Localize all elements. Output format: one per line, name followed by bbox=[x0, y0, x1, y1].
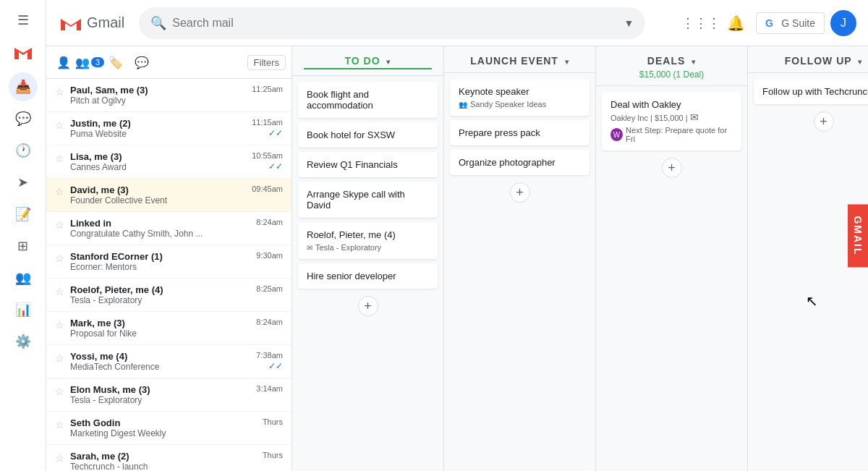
kanban-card[interactable]: Arrange Skype call with David bbox=[298, 182, 438, 218]
star-icon[interactable]: ☆ bbox=[55, 186, 64, 198]
email-item[interactable]: ☆ Paul, Sam, me (3) Pitch at Ogilvy 11:2… bbox=[46, 79, 292, 112]
kanban-card[interactable]: Hire senior developer bbox=[298, 263, 438, 289]
kanban-card[interactable]: Organize photographer bbox=[450, 150, 590, 175]
col-dropdown-icon[interactable]: ▾ bbox=[565, 58, 569, 66]
col-add-button-todo[interactable]: + bbox=[358, 296, 378, 316]
email-item[interactable]: ☆ Yossi, me (4) MediaTech Conference 7:3… bbox=[46, 345, 292, 378]
chart-icon[interactable]: 📊 bbox=[9, 295, 38, 324]
col-dropdown-icon[interactable]: ▾ bbox=[692, 58, 696, 66]
kanban-card[interactable]: Book flight and accommodation bbox=[298, 82, 438, 118]
send-icon[interactable]: ➤ bbox=[9, 168, 38, 197]
star-icon[interactable]: ☆ bbox=[55, 386, 64, 397]
email-subject: Techcrunch - launch bbox=[70, 462, 257, 471]
settings-icon[interactable]: ⚙️ bbox=[9, 327, 38, 356]
clock-icon[interactable]: 🕐 bbox=[9, 136, 38, 165]
star-icon[interactable]: ☆ bbox=[55, 419, 64, 430]
star-icon[interactable]: ☆ bbox=[55, 319, 64, 331]
email-check-icon: ✓✓ bbox=[268, 128, 283, 138]
group-icon[interactable]: 👥3 bbox=[78, 51, 101, 74]
email-item[interactable]: ☆ Elon Musk, me (3) Tesla - Exploratory … bbox=[46, 378, 292, 412]
menu-icon[interactable]: ☰ bbox=[9, 6, 38, 35]
col-content-follow-up: Follow up with Techcrunch + bbox=[748, 73, 868, 471]
col-add-button-follow-up[interactable]: + bbox=[814, 111, 834, 132]
card-sub-icon: 👥 bbox=[459, 101, 467, 109]
email-subject: Marketing Digest Weekly bbox=[70, 428, 257, 438]
email-item[interactable]: ☆ Mark, me (3) Proposal for Nike 8:24am bbox=[46, 312, 292, 345]
email-time: 8:24am bbox=[256, 218, 283, 226]
deal-card[interactable]: Deal with Oakley Oakley Inc | $15,000 | … bbox=[602, 92, 741, 150]
kanban-card[interactable]: Review Q1 Financials bbox=[298, 152, 438, 177]
email-item[interactable]: ☆ Stanford ECorner (1) Ecorner: Mentors … bbox=[46, 245, 292, 279]
chat-icon[interactable]: 💬 bbox=[9, 104, 38, 133]
email-time: Thurs bbox=[263, 417, 283, 426]
col-dropdown-icon[interactable]: ▾ bbox=[858, 58, 862, 66]
email-sender: Roelof, Pieter, me (4) bbox=[70, 284, 250, 295]
kanban-col-launch-event: LAUNCH EVENT ▾ Keynote speaker 👥 Sandy S… bbox=[444, 46, 596, 471]
star-icon[interactable]: ☆ bbox=[55, 86, 64, 98]
col-title-launch-event[interactable]: LAUNCH EVENT ▾ bbox=[456, 55, 584, 67]
star-icon[interactable]: ☆ bbox=[55, 119, 64, 131]
search-input[interactable] bbox=[172, 17, 618, 30]
col-dropdown-icon[interactable]: ▾ bbox=[386, 58, 391, 66]
email-item[interactable]: ☆ Lisa, me (3) Cannes Award 10:55am ✓✓ bbox=[46, 145, 292, 179]
apps-icon[interactable]: ⋮⋮⋮ bbox=[686, 9, 715, 38]
kanban-card-sub: 👥 Sandy Speaker Ideas bbox=[459, 100, 581, 109]
col-title-deals[interactable]: DEALS ▾ bbox=[608, 55, 736, 67]
chat-small-icon[interactable]: 💬 bbox=[130, 51, 153, 74]
email-time: 10:55am bbox=[252, 151, 283, 160]
col-title-follow-up[interactable]: FOLLOW UP ▾ bbox=[760, 55, 868, 67]
email-subject: Cannes Award bbox=[70, 162, 246, 172]
user-avatar[interactable]: J bbox=[830, 10, 856, 36]
col-header-todo: TO DO ▾ bbox=[292, 46, 443, 76]
kanban-card[interactable]: Follow up with Techcrunch bbox=[754, 79, 868, 104]
kanban-col-todo: TO DO ▾ Book flight and accommodation Bo… bbox=[292, 46, 444, 471]
col-title-todo[interactable]: TO DO ▾ bbox=[304, 55, 432, 69]
email-toolbar: 👤 👥3 🏷️ 💬 Filters bbox=[46, 46, 292, 79]
tag-icon[interactable]: 🏷️ bbox=[104, 51, 127, 74]
email-subject: Ecorner: Mentors bbox=[70, 262, 250, 272]
email-sender: Mark, me (3) bbox=[70, 318, 250, 328]
notifications-icon[interactable]: 🔔 bbox=[721, 9, 750, 38]
email-sidebar: 👤 👥3 🏷️ 💬 Filters ☆ Paul, Sam, me (3) Pi… bbox=[46, 46, 292, 471]
kanban-icon[interactable]: ⊞ bbox=[9, 232, 38, 260]
email-item[interactable]: ☆ Justin, me (2) Puma Website 11:15am ✓✓ bbox=[46, 112, 292, 145]
email-item[interactable]: ☆ Linked in Congratulate Cathy Smith, Jo… bbox=[46, 212, 292, 245]
col-subtitle-deals: $15,000 (1 Deal) bbox=[608, 69, 736, 80]
col-content-deals: Deal with Oakley Oakley Inc | $15,000 | … bbox=[596, 86, 747, 471]
email-item[interactable]: ☆ Sarah, me (2) Techcrunch - launch Thur… bbox=[46, 445, 292, 471]
kanban-card[interactable]: Prepare press pack bbox=[450, 120, 590, 145]
search-dropdown-icon[interactable]: ▼ bbox=[624, 17, 634, 29]
star-icon[interactable]: ☆ bbox=[55, 352, 64, 364]
gmail-vertical-label[interactable]: GMAIL bbox=[848, 204, 868, 267]
kanban-card[interactable]: Book hotel for SXSW bbox=[298, 122, 438, 148]
kanban-card[interactable]: Roelof, Pieter, me (4) ✉ Tesla - Explora… bbox=[298, 222, 438, 259]
col-header-follow-up: FOLLOW UP ▾ bbox=[748, 46, 868, 73]
gmail-logo-icon bbox=[12, 41, 35, 64]
email-item[interactable]: ☆ Roelof, Pieter, me (4) Tesla - Explora… bbox=[46, 279, 292, 312]
star-icon[interactable]: ☆ bbox=[55, 452, 64, 464]
gsuite-button[interactable]: G G Suite bbox=[756, 12, 825, 34]
email-subject: Founder Collective Event bbox=[70, 195, 246, 205]
email-item[interactable]: ☆ David, me (3) Founder Collective Event… bbox=[46, 179, 292, 212]
col-add-button-launch-event[interactable]: + bbox=[510, 182, 530, 203]
people-icon[interactable]: 👥 bbox=[9, 263, 38, 292]
kanban-card-text: Review Q1 Financials bbox=[307, 159, 429, 170]
star-icon[interactable]: ☆ bbox=[55, 286, 64, 297]
email-item[interactable]: ☆ Seth Godin Marketing Digest Weekly Thu… bbox=[46, 412, 292, 445]
filters-button[interactable]: Filters bbox=[247, 55, 286, 70]
star-icon[interactable]: ☆ bbox=[55, 153, 64, 164]
star-icon[interactable]: ☆ bbox=[55, 219, 64, 231]
email-body: Lisa, me (3) Cannes Award bbox=[70, 151, 246, 172]
email-sender: Stanford ECorner (1) bbox=[70, 251, 250, 262]
content-row: 👤 👥3 🏷️ 💬 Filters ☆ Paul, Sam, me (3) Pi… bbox=[46, 46, 868, 471]
drafts-icon[interactable]: 📝 bbox=[9, 200, 38, 229]
gmail-m-logo bbox=[58, 10, 84, 36]
email-time: 11:25am bbox=[252, 85, 283, 93]
email-time: 09:45am bbox=[252, 184, 283, 193]
kanban-card[interactable]: Keynote speaker 👥 Sandy Speaker Ideas bbox=[450, 79, 590, 116]
person-icon[interactable]: 👤 bbox=[52, 51, 75, 74]
col-add-button-deals[interactable]: + bbox=[662, 158, 682, 178]
star-icon[interactable]: ☆ bbox=[55, 253, 64, 264]
inbox-icon[interactable]: 📥 bbox=[9, 72, 38, 101]
search-bar[interactable]: 🔍 ▼ bbox=[139, 7, 645, 39]
